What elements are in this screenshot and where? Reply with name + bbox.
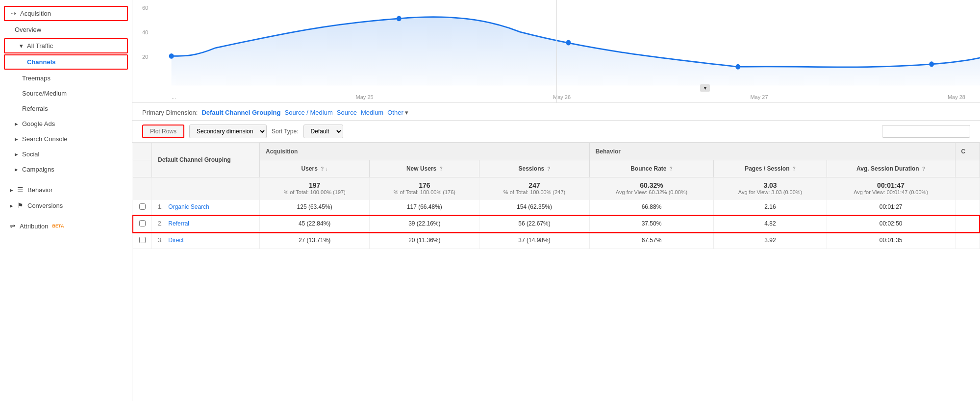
x-label-may25: ...: [172, 94, 176, 100]
sort-type-select[interactable]: Default: [303, 125, 343, 138]
row-number: 2.: [158, 220, 163, 227]
dim-source-medium[interactable]: Source / Medium: [284, 109, 332, 116]
row-checkbox-input[interactable]: [139, 237, 146, 243]
sidebar-item-label: All Traffic: [27, 42, 53, 50]
col-channel-header: Default Channel Grouping: [152, 143, 260, 177]
sidebar-item-social[interactable]: ▸ Social: [0, 147, 132, 162]
chart-svg: [157, 2, 980, 88]
sidebar-item-label: Channels: [27, 58, 56, 66]
row-checkbox[interactable]: [133, 216, 152, 232]
acquisition-icon: ⇢: [11, 10, 16, 17]
row-checkbox[interactable]: [133, 200, 152, 216]
row-c: [955, 216, 980, 232]
row-bounce-rate: 37.50%: [589, 216, 714, 232]
row-avg-session: 00:01:35: [827, 232, 955, 249]
sidebar-item-google-ads[interactable]: ▸ Google Ads: [0, 116, 132, 131]
total-users: 197 % of Total: 100.00% (197): [260, 177, 370, 200]
users-sort-icon[interactable]: ↓: [326, 166, 328, 172]
sidebar-item-label: Conversions: [27, 202, 63, 209]
chart-dot: [735, 64, 740, 70]
col-acquisition-header: Acquisition: [260, 143, 590, 160]
arrow-icon: ▾: [20, 42, 23, 50]
dim-default-channel[interactable]: Default Channel Grouping: [201, 109, 280, 116]
row-checkbox[interactable]: [133, 232, 152, 249]
row-c: [955, 200, 980, 216]
sort-type-label: Sort Type:: [272, 128, 298, 135]
chart-date-dropdown[interactable]: ▼: [700, 84, 710, 92]
row-checkbox-input[interactable]: [139, 203, 146, 210]
dim-medium[interactable]: Medium: [361, 109, 383, 116]
sidebar-item-all-traffic[interactable]: ▾ All Traffic: [4, 38, 128, 53]
bounce-help-icon[interactable]: ?: [670, 166, 673, 172]
total-new-users: 176 % of Total: 100.00% (176): [370, 177, 479, 200]
row-checkbox-input[interactable]: [139, 220, 146, 226]
sidebar-item-label: Source/Medium: [22, 90, 67, 97]
sidebar-item-attribution[interactable]: ⇌ Attribution BETA: [0, 218, 132, 234]
row-new-users: 117 (66.48%): [370, 200, 479, 216]
row-pages-session: 2.16: [714, 200, 827, 216]
pages-help-icon[interactable]: ?: [793, 166, 796, 172]
sidebar-item-treemaps[interactable]: Treemaps: [0, 71, 132, 86]
chart-area: 60 40 20 ... May: [132, 0, 980, 103]
table-search-input[interactable]: [882, 125, 970, 138]
sidebar-item-label: Search Console: [22, 135, 68, 143]
table-row: 3. Direct 27 (13.71%) 20 (11.36%) 37 (14…: [133, 232, 980, 249]
col-bounce-rate-header: Bounce Rate ?: [589, 160, 714, 177]
total-checkbox: [133, 177, 152, 200]
channel-link[interactable]: Organic Search: [168, 203, 209, 210]
secondary-dimension-select[interactable]: Secondary dimension: [189, 125, 267, 138]
sidebar-item-behavior[interactable]: ▸ ☰ Behavior: [0, 182, 132, 198]
row-pages-session: 4.82: [714, 216, 827, 232]
table-row: 1. Organic Search 125 (63.45%) 117 (66.4…: [133, 200, 980, 216]
row-bounce-rate: 67.57%: [589, 232, 714, 249]
dim-other-dropdown[interactable]: Other ▾: [387, 109, 408, 116]
users-help-icon[interactable]: ?: [321, 166, 324, 172]
total-pages-session: 3.03 Avg for View: 3.03 (0.00%): [714, 177, 827, 200]
plot-rows-button[interactable]: Plot Rows: [142, 125, 184, 138]
row-channel: 2. Referral: [152, 216, 260, 232]
data-table: Default Channel Grouping Acquisition Beh…: [132, 143, 980, 249]
chart-y-labels: 60 40 20: [142, 5, 148, 60]
y-label-20: 20: [142, 54, 148, 60]
x-label-may26: May 26: [553, 94, 571, 100]
col-c-header: C: [955, 143, 980, 160]
row-sessions: 154 (62.35%): [479, 200, 589, 216]
y-label-60: 60: [142, 5, 148, 11]
sidebar-item-overview[interactable]: Overview: [0, 22, 132, 37]
behavior-icon: ▸: [10, 186, 13, 194]
channel-link[interactable]: Referral: [168, 220, 189, 227]
sidebar-item-label: Campaigns: [22, 166, 54, 173]
new-users-help-icon[interactable]: ?: [440, 166, 443, 172]
avg-session-help-icon[interactable]: ?: [922, 166, 925, 172]
sidebar-item-label: Overview: [15, 26, 41, 33]
chart-dot: [566, 40, 571, 46]
channel-link[interactable]: Direct: [168, 237, 183, 244]
col-checkbox2: [133, 160, 152, 177]
sidebar-item-label: Referrals: [22, 105, 48, 112]
col-checkbox: [133, 143, 152, 160]
sidebar-item-acquisition[interactable]: ⇢ Acquisition: [4, 6, 128, 21]
chart-dot: [397, 16, 402, 21]
table-row: 2. Referral 45 (22.84%) 39 (22.16%) 56 (…: [133, 216, 980, 232]
chart-dot: [169, 53, 174, 59]
sidebar-item-source-medium[interactable]: Source/Medium: [0, 86, 132, 101]
dim-other-label[interactable]: Other: [387, 109, 403, 116]
row-number: 1.: [158, 203, 163, 210]
row-sessions: 37 (14.98%): [479, 232, 589, 249]
table-body: 1. Organic Search 125 (63.45%) 117 (66.4…: [133, 200, 980, 249]
x-label-may25: May 25: [356, 94, 374, 100]
totals-row: 197 % of Total: 100.00% (197) 176 % of T…: [133, 177, 980, 200]
sidebar-item-label: Treemaps: [22, 75, 50, 82]
sidebar-item-referrals[interactable]: Referrals: [0, 101, 132, 116]
sidebar-item-conversions[interactable]: ▸ ⚑ Conversions: [0, 198, 132, 213]
sidebar-item-label: Behavior: [27, 186, 52, 194]
sessions-help-icon[interactable]: ?: [548, 166, 551, 172]
y-label-40: 40: [142, 29, 148, 35]
sidebar-item-campaigns[interactable]: ▸ Campaigns: [0, 162, 132, 177]
sidebar-item-search-console[interactable]: ▸ Search Console: [0, 131, 132, 147]
arrow-icon: ▸: [15, 166, 18, 173]
sidebar-item-channels[interactable]: Channels: [4, 54, 128, 70]
dim-source[interactable]: Source: [337, 109, 357, 116]
row-avg-session: 00:01:27: [827, 200, 955, 216]
total-avg-session: 00:01:47 Avg for View: 00:01:47 (0.00%): [827, 177, 955, 200]
